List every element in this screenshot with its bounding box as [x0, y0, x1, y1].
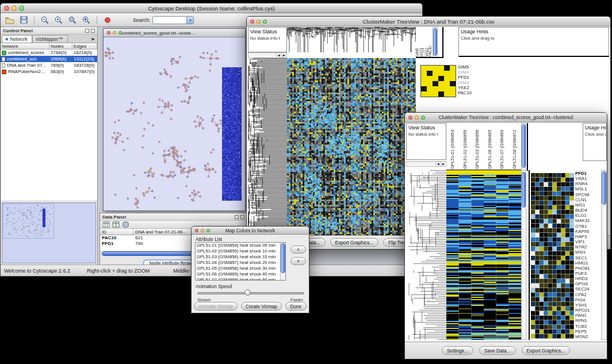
- global-heatmap[interactable]: [287, 58, 416, 236]
- treeview1-titlebar[interactable]: ClusterMaker TreeView : DNA and Tran 07-…: [247, 17, 610, 26]
- array-label[interactable]: GPL51-08 (GSM872: [508, 123, 521, 169]
- gene-label[interactable]: ELG1: [575, 213, 599, 218]
- gene-label[interactable]: PFD1: [458, 75, 472, 80]
- scrollbar-thumb[interactable]: [522, 124, 526, 168]
- close-button[interactable]: [250, 20, 254, 24]
- gene-label[interactable]: PFD1: [575, 171, 599, 176]
- zoom-button[interactable]: [118, 31, 122, 35]
- gene-label[interactable]: VIP1: [575, 239, 599, 244]
- scroll-left-icon[interactable]: ◀: [435, 162, 441, 166]
- gene-label[interactable]: TCB3: [575, 324, 599, 329]
- attribute-matrix-icon[interactable]: [122, 220, 129, 230]
- array-label[interactable]: GPL51-02 (GSM855: [459, 123, 472, 169]
- attribute-item[interactable]: GPL51-05 (GSM858) heat shock 30 min: [196, 266, 280, 271]
- network-view-titlebar[interactable]: combined_scores_good.txt--cluste...: [104, 29, 245, 37]
- row-dendrogram-canvas[interactable]: [248, 58, 287, 236]
- array-label[interactable]: GPL51-01 (GSM854: [446, 123, 459, 169]
- gene-label[interactable]: GTB1: [575, 224, 599, 229]
- gene-label[interactable]: GPI16: [575, 281, 599, 286]
- row-dendrogram[interactable]: [406, 170, 446, 340]
- search-input[interactable]: ▾: [152, 16, 194, 24]
- vertical-scrollbar[interactable]: [521, 170, 526, 340]
- minimize-button[interactable]: [201, 229, 204, 232]
- row-dendrogram-canvas[interactable]: [406, 170, 446, 340]
- gene-label[interactable]: PEP5: [575, 329, 599, 334]
- row-dendrogram[interactable]: [248, 58, 287, 236]
- float-panel-icon[interactable]: [85, 29, 89, 33]
- gene-label[interactable]: RNR4: [575, 181, 599, 186]
- zoom-button[interactable]: [263, 20, 267, 24]
- gene-label[interactable]: MON2: [575, 334, 599, 339]
- create-attribute-icon[interactable]: [112, 220, 120, 230]
- gene-label[interactable]: KAP95: [575, 229, 599, 234]
- gene-label[interactable]: PAN1: [575, 313, 599, 318]
- scrollbar-thumb[interactable]: [281, 243, 285, 273]
- slider-thumb[interactable]: [244, 289, 251, 296]
- move-down-button[interactable]: ∨: [290, 257, 306, 265]
- heatmap-canvas[interactable]: [287, 58, 416, 236]
- animation-speed-slider[interactable]: [197, 292, 304, 294]
- column-label[interactable]: GIM5: [416, 27, 419, 57]
- gene-label[interactable]: RPO21: [575, 308, 599, 313]
- vertical-scrollbar[interactable]: [601, 170, 607, 340]
- gene-label[interactable]: YSH1: [575, 302, 599, 308]
- scrollbar-thumb[interactable]: [602, 171, 606, 205]
- horizontal-scrollbar[interactable]: ◀▶: [406, 161, 446, 167]
- close-button[interactable]: [4, 6, 9, 11]
- attribute-item[interactable]: GPL51-02 (GSM855) heat shock 10 min: [196, 248, 280, 254]
- dialog-button[interactable]: Animate Vizmap: [194, 302, 238, 311]
- column-label[interactable]: PAC10: [429, 27, 432, 57]
- minimize-button[interactable]: [415, 116, 419, 120]
- scrollbar-thumb[interactable]: [522, 172, 526, 208]
- zoom-button[interactable]: [421, 116, 425, 120]
- column-header[interactable]: ID: [100, 229, 133, 235]
- treeview-button[interactable]: Export Graphics...: [330, 238, 378, 247]
- scroll-right-icon[interactable]: ▶: [441, 162, 446, 166]
- scrollbar-thumb[interactable]: [433, 28, 437, 56]
- gene-label[interactable]: SEC1: [575, 255, 599, 260]
- gene-label[interactable]: YKE2: [458, 85, 472, 90]
- global-heatmap[interactable]: [446, 170, 521, 340]
- open-folder-icon[interactable]: [4, 14, 16, 25]
- gene-label[interactable]: RPN1: [575, 318, 599, 323]
- dialog-button[interactable]: Create Vizmap: [241, 302, 282, 311]
- network-row[interactable]: RNAPuberNov2... 563(0) 107847(0): [1, 68, 97, 75]
- scroll-left-icon[interactable]: ◀: [276, 53, 281, 58]
- gene-label[interactable]: NIS1: [575, 202, 599, 208]
- treeview-button[interactable]: Export Graphics...: [522, 346, 570, 355]
- vertical-scrollbar[interactable]: [433, 27, 438, 58]
- horizontal-scrollbar[interactable]: ◀▶: [248, 52, 287, 58]
- array-label[interactable]: GPL51-07 (GSM869: [496, 123, 508, 169]
- zoom-fit-icon[interactable]: [67, 14, 78, 25]
- treeview-button[interactable]: Save Data...: [479, 346, 516, 355]
- dialog-titlebar[interactable]: Map Colors to Network: [192, 227, 309, 235]
- attribute-list[interactable]: GPL51-01 (GSM854) heat shock 05 minGPL51…: [195, 242, 286, 281]
- gene-label[interactable]: SEC24: [575, 286, 599, 292]
- hide-panel-icon[interactable]: [91, 29, 95, 33]
- gene-label[interactable]: PHO81: [575, 266, 599, 271]
- attribute-item[interactable]: GPL51-06 (GSM865) heat shock 40 min: [196, 271, 280, 277]
- close-button[interactable]: [408, 116, 412, 120]
- chevron-down-icon[interactable]: ▾: [186, 17, 193, 24]
- close-button[interactable]: [107, 31, 110, 35]
- network-row[interactable]: combined_sco 2569(6) 13112(15): [1, 56, 97, 62]
- treeview-button[interactable]: Settings...: [442, 346, 473, 355]
- tab-vizmapper[interactable]: VizMapper™: [32, 35, 68, 43]
- column-dendrogram[interactable]: [287, 27, 416, 52]
- array-label[interactable]: GPL51-03 (GSM856: [471, 123, 484, 169]
- gene-label[interactable]: MSI1: [575, 250, 599, 255]
- gene-label[interactable]: SPC98: [575, 192, 599, 197]
- gene-label[interactable]: HRD3: [575, 276, 599, 281]
- array-label[interactable]: GPL51-06 (GSM865: [484, 123, 496, 169]
- network-row[interactable]: DNA and Tran 07... 769(0) 183728(0): [1, 62, 97, 68]
- attribute-item[interactable]: GPL51-07 (GSM868) heat shock 60 min: [196, 277, 280, 281]
- column-header[interactable]: Edges: [72, 43, 97, 49]
- zoom-out-icon[interactable]: [39, 14, 51, 25]
- treeview2-titlebar[interactable]: ClusterMaker TreeView : combined_scores_…: [405, 113, 607, 122]
- annotation-icon[interactable]: [102, 14, 113, 25]
- birdseye-view[interactable]: [2, 202, 96, 263]
- gene-label[interactable]: CLN1: [575, 197, 599, 202]
- heatmap-canvas[interactable]: [446, 170, 521, 340]
- zoom-heatmap-canvas[interactable]: [531, 173, 574, 339]
- gene-label[interactable]: YRA1: [575, 176, 599, 181]
